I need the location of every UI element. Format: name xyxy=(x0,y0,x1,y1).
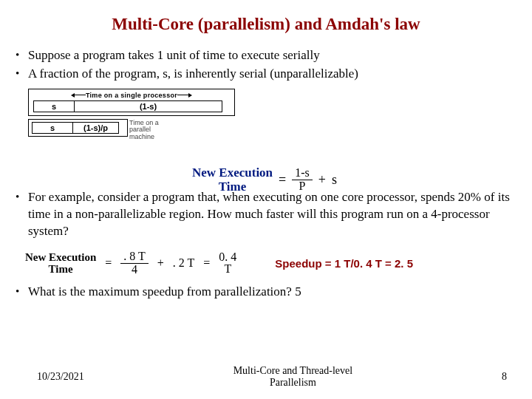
equals-sign: = xyxy=(203,256,210,270)
segment-parallel: (1-s)/p xyxy=(73,122,119,134)
result-line: 0. 4 xyxy=(219,251,236,264)
segment-serial: s xyxy=(32,122,73,134)
equals-sign: = xyxy=(105,256,112,270)
timeline-label: Time on a single processor xyxy=(86,92,177,99)
numerator: . 8 T xyxy=(120,250,148,264)
result-stack: 0. 4 T xyxy=(219,251,236,276)
mid-bullets: For example, consider a program that, wh… xyxy=(13,189,519,240)
numerator: 1-s xyxy=(292,167,313,180)
speedup-result: Speedup = 1 T/0. 4 T = 2. 5 xyxy=(275,257,413,270)
parallel-diagram-caption: Time on a parallel machine xyxy=(129,119,159,140)
slide-footer: 10/23/2021 Multi-Core and Thread-level P… xyxy=(0,365,532,389)
slide-title: Multi-Core (parallelism) and Amdah's law xyxy=(0,15,532,34)
footer-title-line: Parallelism xyxy=(270,377,316,388)
term: . 2 T xyxy=(173,256,194,270)
bullet-item: A fraction of the program, s, is inheren… xyxy=(13,66,519,83)
footer-title-line: Multi-Core and Thread-level xyxy=(233,365,352,376)
equation-lhs: New Execution xyxy=(25,251,96,264)
segment-serial: s xyxy=(33,100,75,112)
bullet-item: What is the maximum speedup from paralle… xyxy=(13,284,519,301)
formula-lhs: New Execution xyxy=(192,166,273,180)
page-number: 8 xyxy=(502,371,507,383)
last-bullets: What is the maximum speedup from paralle… xyxy=(13,284,519,301)
equals-sign: = xyxy=(279,172,286,188)
bullet-item: Suppose a program takes 1 unit of time t… xyxy=(13,47,519,64)
segment-parallelizable: (1-s) xyxy=(75,100,222,112)
slide-content: Suppose a program takes 1 unit of time t… xyxy=(0,47,532,301)
plus-sign: + xyxy=(157,256,164,270)
fraction: . 8 T 4 xyxy=(120,250,148,276)
denominator: 4 xyxy=(129,264,140,276)
worked-equation: New Execution Time = . 8 T 4 + . 2 T = 0… xyxy=(25,250,519,276)
plus-sign: + xyxy=(318,172,326,188)
footer-date: 10/23/2021 xyxy=(37,371,84,383)
top-bullets: Suppose a program takes 1 unit of time t… xyxy=(13,47,519,83)
bullet-item: For example, consider a program that, wh… xyxy=(13,189,519,240)
parallel-machine-diagram: s (1-s)/p xyxy=(28,119,128,137)
variable-s: s xyxy=(332,172,337,188)
caption-line: machine xyxy=(129,134,159,140)
equation-lhs: Time xyxy=(25,263,96,276)
diagram-area: Time on a single processor s (1-s) s (1-… xyxy=(28,89,519,140)
single-processor-diagram: Time on a single processor s (1-s) xyxy=(28,89,235,116)
result-line: T xyxy=(224,263,231,276)
